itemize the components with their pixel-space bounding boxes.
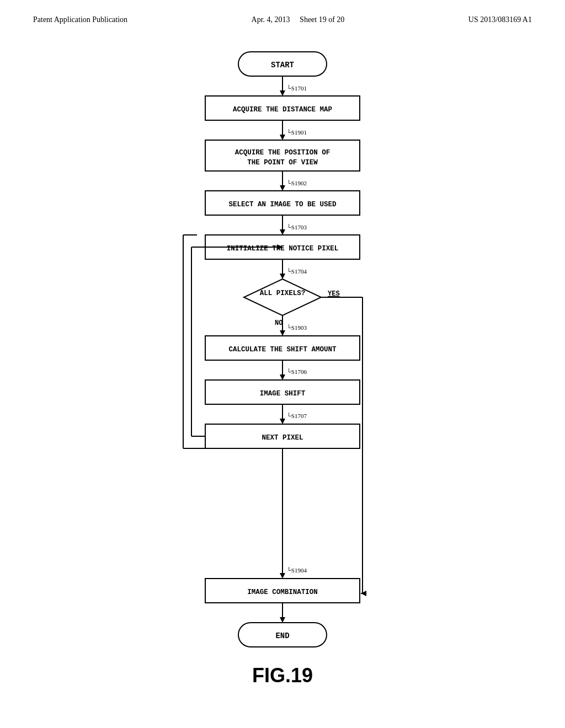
svg-text:NO: NO	[275, 319, 282, 327]
svg-text:└S1904: └S1904	[287, 566, 307, 574]
svg-text:ACQUIRE THE DISTANCE MAP: ACQUIRE THE DISTANCE MAP	[233, 106, 332, 114]
svg-marker-8	[280, 135, 285, 140]
svg-marker-35	[280, 330, 285, 336]
date-label: Apr. 4, 2013	[252, 15, 290, 24]
header-right: US 2013/083169 A1	[468, 15, 532, 24]
svg-text:START: START	[271, 61, 294, 69]
svg-marker-26	[244, 279, 321, 315]
svg-marker-32	[361, 591, 366, 596]
main-content: START └S1701 ACQUIRE THE DISTANCE MAP └S…	[0, 30, 565, 709]
svg-text:THE POINT OF VIEW: THE POINT OF VIEW	[247, 159, 318, 167]
patent-number-label: US 2013/083169 A1	[468, 15, 532, 24]
svg-text:SELECT AN IMAGE TO BE USED: SELECT AN IMAGE TO BE USED	[228, 201, 337, 208]
svg-text:└S1706: └S1706	[287, 368, 307, 375]
svg-text:IMAGE SHIFT: IMAGE SHIFT	[260, 390, 306, 398]
svg-text:└S1707: └S1707	[287, 412, 307, 419]
sheet-label: Sheet 19 of 20	[300, 15, 344, 24]
svg-marker-45	[280, 419, 285, 424]
svg-text:└S1901: └S1901	[287, 129, 307, 136]
svg-text:NEXT PIXEL: NEXT PIXEL	[262, 434, 303, 442]
svg-text:└S1902: └S1902	[287, 179, 307, 186]
publication-label: Patent Application Publication	[33, 15, 127, 24]
svg-marker-19	[280, 229, 285, 235]
header-left: Patent Application Publication	[33, 15, 127, 24]
svg-marker-3	[280, 90, 285, 96]
flowchart-diagram: START └S1701 ACQUIRE THE DISTANCE MAP └S…	[167, 41, 398, 647]
page-header: Patent Application Publication Apr. 4, 2…	[0, 0, 565, 30]
svg-marker-14	[280, 185, 285, 191]
header-center: Apr. 4, 2013 Sheet 19 of 20	[252, 15, 345, 24]
svg-marker-40	[280, 374, 285, 380]
svg-marker-57	[280, 573, 285, 579]
svg-marker-62	[280, 617, 285, 623]
svg-text:└S1701: └S1701	[287, 84, 307, 92]
svg-text:END: END	[275, 631, 289, 640]
svg-text:IMAGE COMBINATION: IMAGE COMBINATION	[247, 588, 318, 596]
svg-text:ACQUIRE THE POSITION OF: ACQUIRE THE POSITION OF	[235, 149, 331, 157]
svg-text:ALL PIXELS?: ALL PIXELS?	[260, 290, 306, 297]
figure-caption: FIG.19	[252, 664, 313, 687]
svg-text:CALCULATE THE SHIFT AMOUNT: CALCULATE THE SHIFT AMOUNT	[228, 346, 337, 354]
svg-text:└S1704: └S1704	[287, 267, 307, 275]
svg-text:INITIALIZE THE NOTICE PIXEL: INITIALIZE THE NOTICE PIXEL	[227, 245, 339, 253]
svg-text:YES: YES	[328, 290, 340, 298]
svg-marker-24	[280, 274, 285, 279]
svg-text:└S1703: └S1703	[287, 223, 307, 231]
svg-text:└S1903: └S1903	[287, 324, 307, 331]
